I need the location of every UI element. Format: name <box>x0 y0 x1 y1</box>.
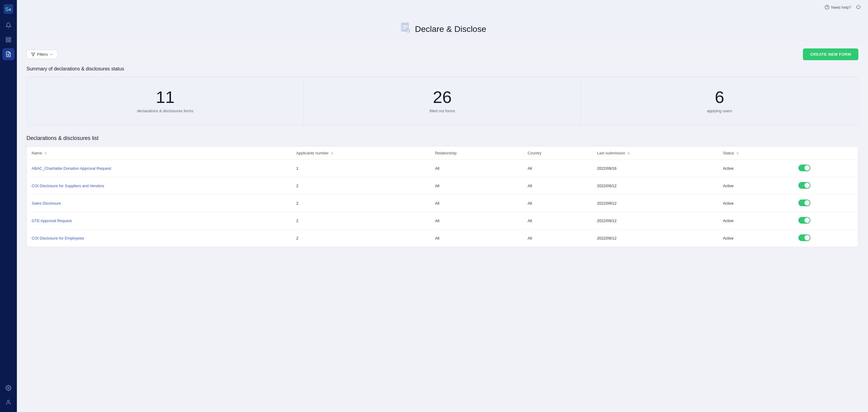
table-row: ABAC_Charitable Donation Approval Reques… <box>27 160 858 177</box>
power-button[interactable] <box>856 4 861 10</box>
col-submission-label: Last submission <box>597 151 625 155</box>
svg-point-9 <box>8 387 9 389</box>
sidebar-item-bell[interactable] <box>2 19 14 31</box>
row-name-link-2[interactable]: Sales Disclosure <box>32 201 61 206</box>
toggle-2[interactable] <box>798 200 810 206</box>
cell-submission-4: 2022/09/12 <box>592 230 718 247</box>
declarations-table-inner: Name ⇅ Applicants number ⇅ Relationship … <box>27 146 858 247</box>
stat-label-filled: filled out forms <box>430 109 455 113</box>
cell-status-3: Active <box>718 212 794 230</box>
stats-grid: 11 declarations & disclosures forms 26 f… <box>27 76 858 126</box>
main-content: Need help? Declare & Di <box>17 0 868 412</box>
app-logo[interactable]: S < <box>3 4 14 14</box>
col-submission: Last submission ⇅ <box>592 146 718 160</box>
cell-name-4: COI Disclosure for Employees <box>27 230 291 247</box>
cell-applicants-1: 2 <box>291 177 430 195</box>
toggle-3[interactable] <box>798 217 810 224</box>
cell-toggle-3 <box>794 212 858 230</box>
help-button[interactable]: Need help? <box>825 5 851 10</box>
svg-text:<: < <box>9 7 11 12</box>
toggle-0[interactable] <box>798 165 810 171</box>
cell-country-2: All <box>523 195 592 212</box>
page-title: Declare & Disclose <box>415 24 487 34</box>
col-name-label: Name <box>32 151 42 155</box>
table-row: COI Disclosure for Suppliers and Vendors… <box>27 177 858 195</box>
svg-point-19 <box>406 29 410 33</box>
summary-section-title: Summary of declarations & disclosures st… <box>27 66 858 72</box>
cell-country-3: All <box>523 212 592 230</box>
stat-card-filled: 26 filled out forms <box>304 77 581 125</box>
table-row: GTE Approval Request 2 All All 2022/09/1… <box>27 212 858 230</box>
row-name-link-3[interactable]: GTE Approval Request <box>32 218 72 223</box>
toolbar: Filters CREATE NEW FORM <box>27 48 858 60</box>
svg-point-10 <box>7 400 10 402</box>
row-name-link-1[interactable]: COI Disclosure for Suppliers and Vendors <box>32 183 104 188</box>
sidebar-item-dashboard[interactable] <box>2 34 14 46</box>
svg-rect-4 <box>9 38 11 39</box>
cell-relationship-0: All <box>430 160 523 177</box>
col-submission-sort-icon[interactable]: ⇅ <box>627 152 630 155</box>
cell-name-2: Sales Disclosure <box>27 195 291 212</box>
svg-rect-5 <box>9 40 11 42</box>
col-toggle-header <box>794 146 858 160</box>
cell-name-3: GTE Approval Request <box>27 212 291 230</box>
col-status: Status ⇅ <box>718 146 794 160</box>
cell-submission-1: 2022/09/12 <box>592 177 718 195</box>
stat-number-forms: 11 <box>156 89 175 106</box>
svg-rect-6 <box>6 40 8 42</box>
topbar: Need help? <box>17 0 868 14</box>
col-country-label: Country <box>528 151 541 155</box>
col-applicants-sort-icon[interactable]: ⇅ <box>331 152 333 155</box>
cell-toggle-2 <box>794 195 858 212</box>
filter-icon <box>31 53 35 57</box>
sidebar: S < <box>0 0 17 412</box>
stat-label-users: applying users <box>707 109 732 113</box>
sidebar-item-declare[interactable] <box>2 48 14 60</box>
toggle-1[interactable] <box>798 182 810 189</box>
cell-relationship-2: All <box>430 195 523 212</box>
help-label: Need help? <box>831 5 851 10</box>
create-form-button[interactable]: CREATE NEW FORM <box>803 48 858 60</box>
chevron-down-icon <box>50 53 53 56</box>
cell-status-4: Active <box>718 230 794 247</box>
sidebar-bottom <box>2 382 14 408</box>
cell-country-1: All <box>523 177 592 195</box>
cell-country-4: All <box>523 230 592 247</box>
toggle-4[interactable] <box>798 234 810 241</box>
help-icon <box>825 5 830 10</box>
cell-name-0: ABAC_Charitable Donation Approval Reques… <box>27 160 291 177</box>
cell-status-0: Active <box>718 160 794 177</box>
cell-submission-3: 2022/09/12 <box>592 212 718 230</box>
svg-text:S: S <box>5 6 9 12</box>
stat-number-filled: 26 <box>433 89 452 106</box>
col-status-label: Status <box>723 151 734 155</box>
declarations-table: Name ⇅ Applicants number ⇅ Relationship … <box>27 146 858 247</box>
cell-relationship-3: All <box>430 212 523 230</box>
list-section-title: Declarations & disclosures list <box>27 135 858 141</box>
table-row: Sales Disclosure 2 All All 2022/09/12 Ac… <box>27 195 858 212</box>
col-applicants: Applicants number ⇅ <box>291 146 430 160</box>
col-applicants-label: Applicants number <box>296 151 329 155</box>
cell-relationship-1: All <box>430 177 523 195</box>
svg-marker-20 <box>31 53 35 56</box>
table-row: COI Disclosure for Employees 2 All All 2… <box>27 230 858 247</box>
sidebar-item-settings[interactable] <box>2 382 14 394</box>
page-header-inner: Declare & Disclose <box>399 22 487 36</box>
stat-card-users: 6 applying users <box>581 77 858 125</box>
row-name-link-0[interactable]: ABAC_Charitable Donation Approval Reques… <box>32 166 111 171</box>
cell-applicants-3: 2 <box>291 212 430 230</box>
cell-submission-2: 2022/09/12 <box>592 195 718 212</box>
cell-toggle-0 <box>794 160 858 177</box>
cell-country-0: All <box>523 160 592 177</box>
col-status-sort-icon[interactable]: ⇅ <box>736 152 739 155</box>
sidebar-item-user[interactable] <box>2 397 14 408</box>
svg-rect-3 <box>6 38 8 39</box>
table-body: ABAC_Charitable Donation Approval Reques… <box>27 160 858 247</box>
row-name-link-4[interactable]: COI Disclosure for Employees <box>32 236 84 240</box>
filters-button[interactable]: Filters <box>27 50 58 59</box>
table-header-row: Name ⇅ Applicants number ⇅ Relationship … <box>27 146 858 160</box>
cell-applicants-2: 2 <box>291 195 430 212</box>
col-name-sort-icon[interactable]: ⇅ <box>44 152 47 155</box>
cell-applicants-4: 2 <box>291 230 430 247</box>
stat-label-forms: declarations & disclosures forms <box>137 109 193 113</box>
